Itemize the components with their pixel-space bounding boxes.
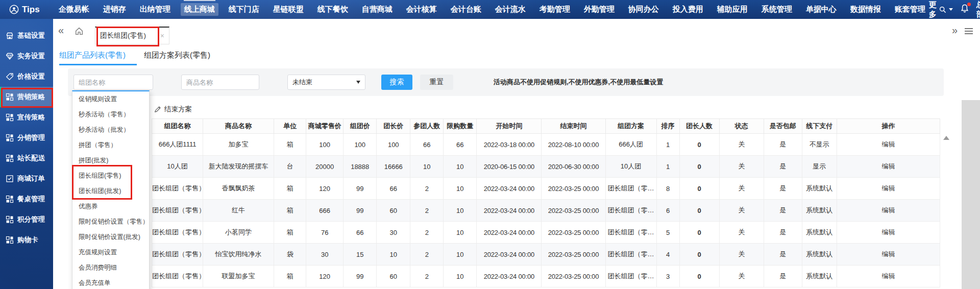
table-cell[interactable]: 编辑 [837, 178, 940, 200]
status-select[interactable]: 未结束 [287, 75, 365, 90]
table-cell[interactable]: 关 [719, 200, 764, 222]
nav-item[interactable]: 企微易帐 [55, 3, 93, 16]
dropdown-menu-item[interactable]: 团长组团(批发) [72, 183, 149, 199]
group-name-input[interactable] [74, 75, 153, 90]
sidebar-item[interactable]: 营销策略 [0, 87, 53, 107]
vertical-scrollbar[interactable] [962, 100, 980, 289]
table-row: 666人团1111加多宝箱10010010066662022-03-18 00:… [152, 134, 940, 156]
nav-item[interactable]: 出纳管理 [136, 3, 174, 16]
table-cell: 系统默认 [802, 244, 837, 266]
table-cell: 0 [679, 156, 719, 178]
table-cell[interactable]: 团长组团（零售） [152, 244, 203, 266]
table-cell: 是 [764, 178, 802, 200]
table-cell[interactable]: 关 [719, 156, 764, 178]
table-cell: 5 [656, 222, 679, 244]
tab-group-product-list[interactable]: 组团产品列表(零售) [59, 45, 126, 65]
close-icon[interactable]: × [160, 32, 164, 40]
nav-item[interactable]: 系统管理 [758, 3, 796, 16]
dropdown-menu-item[interactable]: 秒杀活动（零售） [72, 107, 149, 122]
nav-item[interactable]: 线上商城 [181, 3, 218, 16]
nav-item[interactable]: 会计流水 [492, 3, 529, 16]
table-cell[interactable]: 编辑 [837, 200, 940, 222]
table-cell[interactable]: 团长组团（零售） [152, 200, 203, 222]
more-menu-button[interactable]: 更多 [929, 0, 953, 19]
table-cell[interactable]: 团长组团（零售） [152, 178, 203, 200]
nav-item[interactable]: 协同办公 [625, 3, 663, 16]
table-cell[interactable]: 编辑 [837, 134, 940, 156]
dropdown-menu-item[interactable]: 限时促销价设置（零售） [72, 214, 149, 229]
table-cell[interactable]: 编辑 [837, 222, 940, 244]
table-cell[interactable]: 团长组团（零售） [152, 222, 203, 244]
nav-item[interactable]: 会计核算 [403, 3, 440, 16]
nav-item[interactable]: 辅助应用 [714, 3, 751, 16]
table-cell[interactable]: 关 [719, 178, 764, 200]
sidebar-item[interactable]: 基础设置 [0, 26, 53, 46]
table-cell[interactable]: 关 [719, 244, 764, 266]
table-cell: 16666 [377, 156, 410, 178]
table-cell[interactable]: 关 [719, 266, 764, 287]
table-cell[interactable]: 编辑 [837, 156, 940, 178]
dropdown-menu-item[interactable]: 拼团(批发) [72, 153, 149, 168]
search-icon[interactable] [939, 6, 946, 13]
notifications-button[interactable] [961, 4, 969, 15]
table-cell: 2 [410, 266, 444, 287]
open-page-tab[interactable]: 团长组团(零售) × [95, 27, 169, 44]
dropdown-menu-item[interactable]: 促销规则设置 [72, 91, 149, 107]
table-row: 团长组团（零售）香飘飘奶茶箱12099662102022-03-24 00:00… [152, 178, 940, 200]
sidebar-item[interactable]: 站长配送 [0, 148, 53, 168]
collapse-sidebar-button[interactable]: « [58, 25, 64, 36]
table-cell: 30 [306, 244, 344, 266]
tab-list-menu-icon[interactable] [965, 28, 973, 34]
tab-group-plan-list[interactable]: 组团方案列表(零售) [144, 45, 210, 65]
product-name-input[interactable] [181, 75, 259, 90]
table-cell[interactable]: 编辑 [837, 244, 940, 266]
search-button[interactable]: 搜索 [381, 75, 412, 90]
table-cell[interactable]: 666人团1111 [152, 134, 203, 156]
dropdown-menu-item[interactable]: 充值规则设置 [72, 245, 149, 260]
nav-item[interactable]: 数据情报 [847, 3, 885, 16]
table-cell: 0 [679, 244, 719, 266]
table-cell[interactable]: 10人团 [152, 156, 203, 178]
sidebar-item[interactable]: 商城订单 [0, 168, 53, 189]
nav-item[interactable]: 考勤管理 [536, 3, 574, 16]
table-cell[interactable]: 团长组团（零售） [152, 266, 203, 287]
column-header: 商品名称 [203, 119, 274, 134]
brand[interactable]: Tips [0, 5, 40, 15]
sidebar-item[interactable]: 分销管理 [0, 128, 53, 148]
nav-item[interactable]: 会计台账 [447, 3, 485, 16]
grid-icon [6, 154, 14, 162]
sidebar-item[interactable]: 实务设置 [0, 46, 53, 66]
nav-item[interactable]: 进销存 [100, 3, 130, 16]
reset-button[interactable]: 重置 [420, 75, 453, 90]
table-cell[interactable]: 关 [719, 134, 764, 156]
dropdown-menu-item[interactable]: 团长组团(零售) [72, 168, 149, 183]
table-cell: 120 [306, 266, 344, 287]
nav-item[interactable]: 单据中心 [802, 3, 840, 16]
sidebar-item[interactable]: 购物卡 [0, 230, 53, 250]
nav-item[interactable]: 线下门店 [225, 3, 263, 16]
end-plan-button[interactable]: 结束方案 [154, 101, 192, 117]
dropdown-menu-item[interactable]: 拼团（零售） [72, 137, 149, 153]
dropdown-menu-item[interactable]: 秒杀活动（批发） [72, 122, 149, 137]
dropdown-menu-item[interactable]: 会员充值单 [72, 275, 149, 289]
nav-item[interactable]: 外勤管理 [580, 3, 618, 16]
nav-item[interactable]: 星链联盟 [270, 3, 307, 16]
sidebar-item[interactable]: 积分管理 [0, 209, 53, 230]
sidebar-item[interactable]: 价格设置 [0, 66, 53, 87]
end-plan-label: 结束方案 [164, 105, 192, 114]
table-cell[interactable]: 关 [719, 222, 764, 244]
nav-item[interactable]: 自营商城 [358, 3, 396, 16]
sidebar-item-label: 营销策略 [17, 92, 45, 102]
scroll-up-arrow-icon[interactable] [943, 136, 949, 140]
nav-item[interactable]: 账套管理 [891, 3, 929, 16]
sidebar-item[interactable]: 宣传策略 [0, 107, 53, 128]
dropdown-menu-item[interactable]: 限时促销价设置(批发) [72, 229, 149, 245]
dropdown-menu-item[interactable]: 优惠券 [72, 199, 149, 214]
sidebar-item[interactable]: 餐桌管理 [0, 189, 53, 209]
nav-item[interactable]: 投入费用 [669, 3, 707, 16]
home-button[interactable] [75, 27, 84, 38]
dropdown-menu-item[interactable]: 会员消费明细 [72, 260, 149, 275]
nav-item[interactable]: 线下餐饮 [314, 3, 352, 16]
table-cell[interactable]: 编辑 [837, 266, 940, 287]
org-switcher[interactable]: 总部 [976, 0, 980, 19]
